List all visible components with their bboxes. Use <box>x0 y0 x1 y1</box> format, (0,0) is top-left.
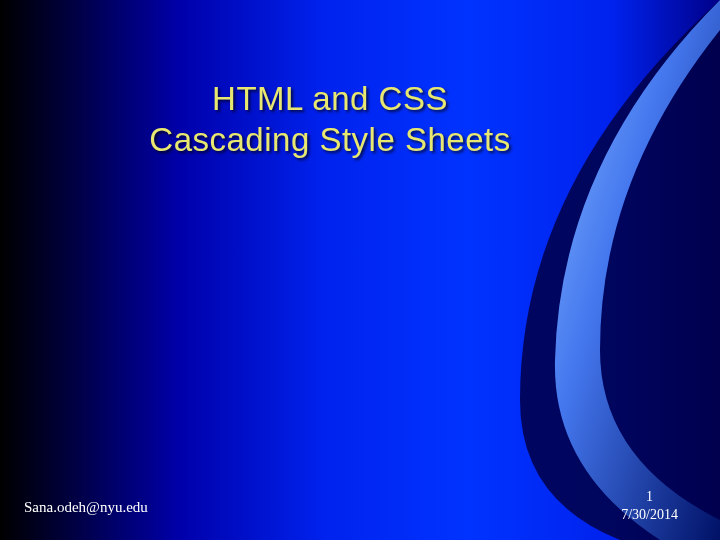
footer-author: Sana.odeh@nyu.edu <box>24 499 148 516</box>
slide-title: HTML and CSS Cascading Style Sheets <box>0 78 720 161</box>
title-line-2: Cascading Style Sheets <box>60 119 600 160</box>
footer-meta: 1 7/30/2014 <box>621 488 678 524</box>
slide-date: 7/30/2014 <box>621 506 678 524</box>
page-number: 1 <box>621 488 678 506</box>
title-line-1: HTML and CSS <box>60 78 600 119</box>
